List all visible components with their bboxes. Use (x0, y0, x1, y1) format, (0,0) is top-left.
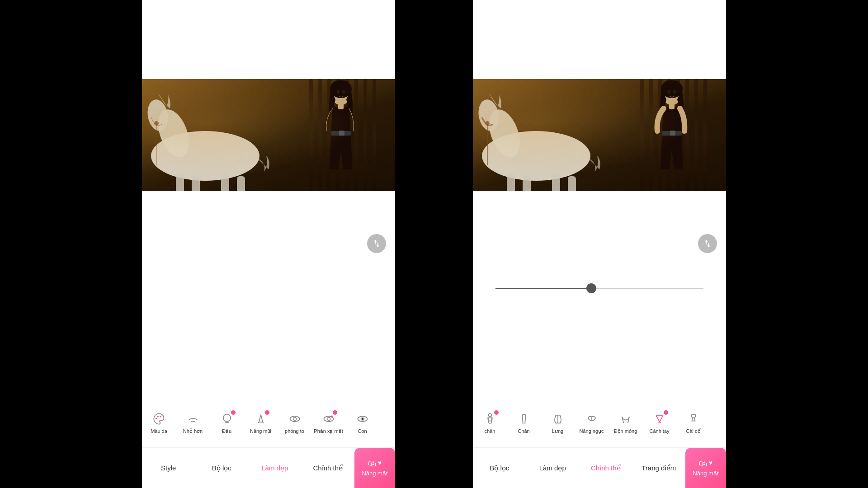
hip-icon (617, 410, 634, 427)
right-nav-chinh-the[interactable]: Chỉnh thể (579, 448, 632, 488)
tool-don-mong-label: Độn móng (614, 428, 637, 434)
leg-icon (515, 410, 533, 427)
canh-tay-dot (664, 410, 668, 415)
svg-point-20 (293, 418, 296, 421)
tool-canh-tay[interactable]: Cánh tay (642, 410, 676, 434)
tool-nang-nguc-label: Nâng ngực (579, 428, 604, 434)
right-nav-trang-diem[interactable]: Trang điểm (632, 448, 686, 488)
svg-rect-38 (669, 104, 675, 109)
svg-rect-11 (339, 131, 344, 136)
tool-phan-xa-mat[interactable]: Phần xạ mắt (311, 410, 345, 434)
tool-lung-label: Lưng (552, 428, 563, 434)
svg-point-13 (337, 90, 340, 94)
tool-lung[interactable]: Lưng (541, 410, 575, 434)
nav-lam-dep[interactable]: Làm đẹp (248, 448, 302, 488)
svg-point-22 (327, 418, 330, 421)
neck-icon (685, 410, 702, 427)
right-woman-figure (631, 79, 712, 191)
pupil-icon (354, 410, 371, 427)
eye-icon (286, 410, 303, 427)
svg-point-41 (488, 413, 491, 417)
tool-nang-mui[interactable]: Nâng mũi (244, 410, 278, 434)
eye-sparkle-icon (320, 410, 337, 427)
right-photo (473, 79, 726, 191)
slider-track (495, 288, 703, 289)
right-nav-nang-mat-special[interactable]: 🛍 ♥ Nâng mặt (685, 448, 726, 488)
tool-phong-to-label: phóng to (285, 428, 304, 434)
svg-rect-3 (176, 174, 184, 191)
slider-thumb[interactable] (586, 283, 596, 293)
nav-chinh-the[interactable]: Chỉnh thể (302, 448, 355, 488)
special-nav-icons: 🛍 ♥ (368, 459, 382, 469)
back-icon (549, 410, 566, 427)
svg-rect-12 (338, 104, 344, 109)
svg-point-16 (157, 416, 159, 418)
right-horse-figure (473, 84, 609, 191)
tool-con[interactable]: Con (345, 410, 379, 434)
svg-rect-31 (552, 174, 560, 191)
head-icon (218, 410, 236, 427)
svg-point-15 (155, 418, 157, 420)
right-top-area (473, 0, 726, 79)
tool-dau-label: Đầu (222, 428, 231, 434)
right-bottom-area: chân Chân (473, 191, 726, 488)
tool-nho-hon-label: Nhỏ hơn (183, 428, 203, 434)
compare-icon[interactable] (367, 234, 386, 253)
tool-cai-co[interactable]: Cài cổ (676, 410, 710, 434)
right-scene (473, 79, 726, 191)
nang-mui-dot (265, 410, 269, 415)
tool-don-mong[interactable]: Độn móng (609, 410, 642, 434)
right-special-nav-icons: 🛍 ♥ (699, 459, 712, 469)
palette-icon (151, 410, 168, 427)
tool-than[interactable]: chân (473, 410, 507, 434)
right-bag-icon: 🛍 (699, 459, 707, 469)
left-photo (142, 79, 395, 191)
svg-point-14 (342, 90, 345, 94)
tool-cai-co-label: Cài cổ (686, 428, 700, 434)
right-tools-row: chân Chân (473, 407, 726, 445)
svg-rect-5 (221, 174, 229, 191)
svg-rect-37 (670, 131, 675, 136)
tool-mau-da-label: Màu da (151, 428, 167, 434)
slider-fill (495, 288, 595, 289)
right-phone-panel: chân Chân (473, 0, 726, 488)
adjustment-slider[interactable] (495, 284, 703, 293)
tool-nang-nguc[interactable]: Nâng ngực (575, 410, 609, 434)
tool-nho-hon[interactable]: Nhỏ hơn (176, 410, 210, 434)
left-phone-panel: Màu da Nhỏ hơn (142, 0, 395, 488)
tool-chan[interactable]: Chân (507, 410, 541, 434)
svg-point-39 (668, 90, 670, 94)
nav-style[interactable]: Style (142, 448, 195, 488)
tool-canh-tay-label: Cánh tay (649, 428, 669, 434)
nav-nang-mat-special[interactable]: 🛍 ♥ Nâng mặt (354, 448, 395, 488)
left-bottom-nav: Style Bộ lọc Làm đẹp Chỉnh thể 🛍 ♥ Nâng … (142, 447, 395, 488)
heart-icon: ♥ (378, 459, 382, 469)
chest-icon (583, 410, 600, 427)
arm-icon (651, 410, 668, 427)
phan-xa-dot (333, 410, 337, 415)
woman-figure (300, 79, 382, 191)
svg-rect-30 (523, 176, 531, 191)
right-compare-icon[interactable] (698, 234, 717, 253)
tool-mau-da[interactable]: Màu da (142, 410, 176, 434)
tool-than-label: chân (485, 428, 495, 434)
tool-con-label: Con (358, 428, 367, 434)
nav-bo-loc[interactable]: Bộ lọc (195, 448, 249, 488)
right-nav-bo-loc[interactable]: Bộ lọc (473, 448, 526, 488)
nose-icon (252, 410, 269, 427)
tool-phong-to[interactable]: phóng to (278, 410, 311, 434)
tool-dau[interactable]: Đầu (210, 410, 244, 434)
center-divider (434, 0, 434, 488)
horse-figure (142, 84, 278, 191)
than-dot (494, 410, 499, 415)
svg-rect-6 (237, 176, 245, 191)
left-scene (142, 79, 395, 191)
left-top-area (142, 0, 395, 79)
app-container: Màu da Nhỏ hơn (0, 0, 868, 488)
svg-point-17 (160, 416, 161, 418)
svg-rect-32 (568, 176, 576, 191)
right-nav-lam-dep[interactable]: Làm đẹp (526, 448, 580, 488)
tool-nang-mui-label: Nâng mũi (250, 428, 271, 434)
svg-point-18 (223, 414, 230, 422)
body-icon (481, 410, 499, 427)
